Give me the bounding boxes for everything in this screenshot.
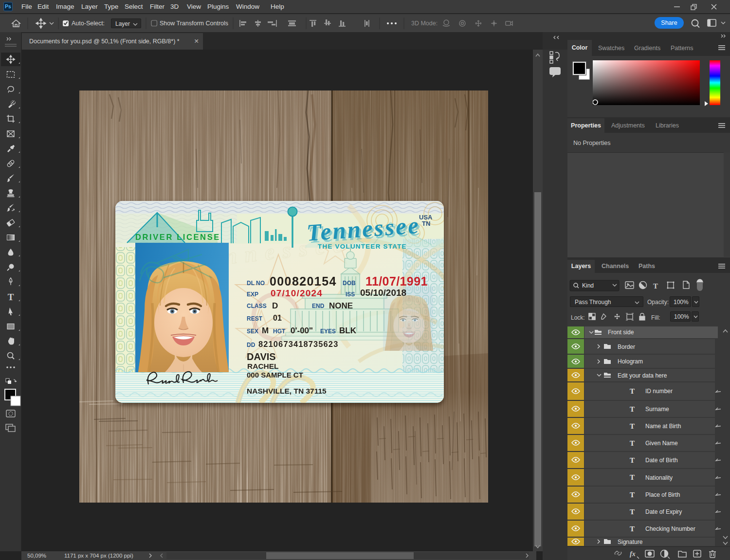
svg-text:07/10/2024: 07/10/2024: [271, 288, 323, 298]
svg-text:M: M: [262, 326, 269, 335]
svg-text:T: T: [630, 439, 635, 447]
svg-text:NASHVILLE, TN 37115: NASHVILLE, TN 37115: [247, 387, 327, 395]
svg-text:000 SAMPLE CT: 000 SAMPLE CT: [247, 371, 303, 379]
svg-text:T: T: [630, 422, 635, 430]
svg-text:END: END: [312, 303, 325, 309]
svg-text:REST: REST: [247, 315, 263, 322]
svg-text:T: T: [630, 387, 635, 395]
svg-text:EYES: EYES: [320, 328, 336, 335]
svg-text:Name at Birth: Name at Birth: [645, 423, 681, 430]
svg-text:Kind: Kind: [582, 282, 594, 289]
svg-text:T: T: [630, 491, 635, 499]
svg-text:D: D: [272, 301, 278, 310]
svg-text:Signature: Signature: [618, 539, 643, 545]
svg-text:ID number: ID number: [645, 388, 673, 395]
svg-text:Border: Border: [618, 343, 635, 350]
svg-text:RACHEL: RACHEL: [247, 362, 279, 370]
svg-text:01: 01: [273, 314, 282, 322]
svg-text:SEX: SEX: [247, 328, 258, 335]
svg-text:Front side: Front side: [608, 329, 634, 336]
svg-text:HGT: HGT: [273, 328, 286, 335]
svg-text:THE VOLUNTEER STATE: THE VOLUNTEER STATE: [318, 243, 407, 250]
svg-text:8210673418735623: 8210673418735623: [258, 340, 338, 348]
svg-text:T: T: [8, 292, 14, 302]
svg-text:DL NO: DL NO: [247, 280, 265, 287]
svg-text:05/10/2018: 05/10/2018: [360, 288, 406, 298]
svg-text:T: T: [630, 473, 635, 481]
svg-text:T: T: [630, 508, 635, 516]
svg-text:T: T: [653, 282, 658, 290]
svg-text:Date of Birth: Date of Birth: [645, 457, 678, 464]
svg-text:DOB: DOB: [343, 280, 356, 287]
svg-text:DD: DD: [247, 342, 256, 348]
svg-text:T: T: [630, 456, 635, 464]
svg-text:DRIVER LICENSE: DRIVER LICENSE: [135, 233, 220, 241]
svg-text:11/07/1991: 11/07/1991: [365, 274, 428, 288]
svg-text:BLK: BLK: [339, 326, 357, 335]
svg-text:Edit your data here: Edit your data here: [618, 372, 667, 379]
svg-text:TN: TN: [422, 220, 430, 227]
svg-text:Nationality: Nationality: [645, 474, 673, 481]
svg-text:T: T: [630, 525, 635, 533]
svg-text:CLASS: CLASS: [247, 303, 267, 309]
svg-text:0'-00": 0'-00": [291, 326, 313, 335]
svg-text:EXP: EXP: [247, 291, 258, 298]
svg-text:Surname: Surname: [645, 406, 669, 413]
svg-text:T: T: [630, 405, 635, 413]
svg-text:Place of Birth: Place of Birth: [645, 491, 680, 498]
svg-text:NONE: NONE: [329, 301, 353, 310]
svg-text:fx: fx: [630, 550, 636, 558]
svg-text:ISS: ISS: [346, 291, 355, 298]
svg-text:Checking Nnumber: Checking Nnumber: [645, 525, 695, 532]
svg-text:Hologram: Hologram: [618, 358, 643, 365]
svg-text:DAVIS: DAVIS: [247, 351, 276, 362]
svg-text:Given Name: Given Name: [645, 440, 678, 447]
svg-text:Date of Expiry: Date of Expiry: [645, 508, 682, 515]
svg-text:000820154: 000820154: [270, 274, 337, 288]
